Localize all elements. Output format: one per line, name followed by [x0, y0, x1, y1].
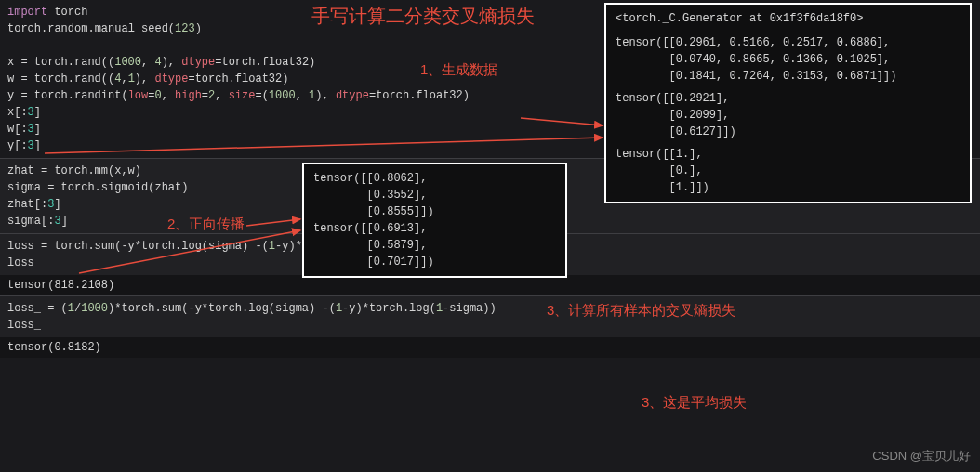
watermark: CSDN @宝贝儿好 [872, 448, 971, 465]
annotation-title: 手写计算二分类交叉熵损失 [311, 4, 535, 29]
output-cell-4: tensor(0.8182) [0, 337, 980, 358]
output-text: tensor(0.8182) [7, 341, 973, 354]
annotation-step3: 3、计算所有样本的交叉熵损失 [547, 302, 735, 320]
output-box-right: <torch._C.Generator at 0x1f3f6da18f0> te… [604, 3, 972, 203]
code-cell-4: loss_ = (1/1000)*torch.sum(-y*torch.log(… [0, 295, 980, 337]
annotation-step2: 2、正向传播 [167, 216, 245, 233]
annotation-step4: 3、这是平均损失 [642, 394, 747, 412]
line-2: loss_ [7, 317, 973, 334]
line-1: loss_ = (1/1000)*torch.sum(-y*torch.log(… [7, 300, 973, 317]
output-cell-3: tensor(818.2108) [0, 275, 980, 295]
annotation-step1: 1、生成数据 [420, 61, 497, 79]
output-box-middle: tensor([[0.8062], [0.3552], [0.8555]]) t… [302, 163, 567, 278]
output-text: tensor(818.2108) [7, 279, 973, 292]
